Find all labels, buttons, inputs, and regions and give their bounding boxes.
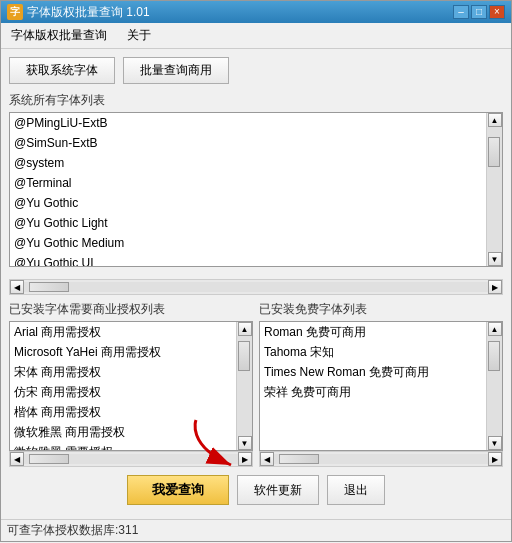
free-list-item[interactable]: 荣祥 免费可商用	[260, 382, 486, 402]
font-list-item[interactable]: @SimSun-ExtB	[10, 133, 486, 153]
free-horiz-scroll[interactable]: ◀ ▶	[259, 451, 503, 467]
commercial-scroll-down[interactable]: ▼	[238, 436, 252, 450]
commercial-list-item[interactable]: 仿宋 商用需授权	[10, 382, 236, 402]
c-horiz-track	[24, 454, 238, 464]
font-list-item[interactable]: @Yu Gothic Medium	[10, 233, 486, 253]
exit-button[interactable]: 退出	[327, 475, 385, 505]
f-horiz-thumb[interactable]	[279, 454, 319, 464]
my-query-button[interactable]: 我爱查询	[127, 475, 229, 505]
commercial-list-inner[interactable]: Arial 商用需授权Microsoft YaHei 商用需授权宋体 商用需授权…	[10, 322, 236, 450]
horiz-scroll-thumb[interactable]	[29, 282, 69, 292]
c-scroll-left[interactable]: ◀	[10, 452, 24, 466]
status-label: 可查字体授权数据库:	[7, 523, 118, 537]
f-scroll-left[interactable]: ◀	[260, 452, 274, 466]
font-list-item[interactable]: @Yu Gothic UI	[10, 253, 486, 266]
scroll-left-button[interactable]: ◀	[10, 280, 24, 294]
maximize-button[interactable]: □	[471, 5, 487, 19]
title-bar-left: 字 字体版权批量查询 1.01	[7, 4, 150, 21]
commercial-list-item[interactable]: 微软雅黑 商用需授权	[10, 422, 236, 442]
font-list-item[interactable]: @Terminal	[10, 173, 486, 193]
font-list-item[interactable]: @Yu Gothic Light	[10, 213, 486, 233]
free-list-scrollbar[interactable]: ▲ ▼	[486, 322, 502, 450]
software-update-button[interactable]: 软件更新	[237, 475, 319, 505]
free-scroll-up[interactable]: ▲	[488, 322, 502, 336]
font-list-item[interactable]: @PMingLiU-ExtB	[10, 113, 486, 133]
title-bar: 字 字体版权批量查询 1.01 – □ ×	[1, 1, 511, 23]
free-list-container: 已安装免费字体列表 Roman 免费可商用Tahoma 宋知Times New …	[259, 301, 503, 467]
commercial-list-container: 已安装字体需要商业授权列表 Arial 商用需授权Microsoft YaHei…	[9, 301, 253, 467]
font-list-item[interactable]: @Yu Gothic	[10, 193, 486, 213]
scroll-down-button[interactable]: ▼	[488, 252, 502, 266]
content-area: 获取系统字体 批量查询商用 系统所有字体列表 @PMingLiU-ExtB@Si…	[1, 49, 511, 519]
font-list-horiz-scroll[interactable]: ◀ ▶	[9, 279, 503, 295]
free-list-inner[interactable]: Roman 免费可商用Tahoma 宋知Times New Roman 免费可商…	[260, 322, 486, 450]
scroll-thumb[interactable]	[488, 137, 500, 167]
top-buttons: 获取系统字体 批量查询商用	[9, 57, 503, 84]
minimize-button[interactable]: –	[453, 5, 469, 19]
free-list-item[interactable]: Times New Roman 免费可商用	[260, 362, 486, 382]
scroll-track	[487, 127, 502, 252]
free-list-wrapper: Roman 免费可商用Tahoma 宋知Times New Roman 免费可商…	[259, 321, 503, 451]
commercial-scroll-track	[237, 336, 252, 436]
free-list-item[interactable]: Tahoma 宋知	[260, 342, 486, 362]
free-scroll-track	[487, 336, 502, 436]
commercial-list-item[interactable]: 楷体 商用需授权	[10, 402, 236, 422]
batch-query-button[interactable]: 批量查询商用	[123, 57, 229, 84]
free-scroll-down[interactable]: ▼	[488, 436, 502, 450]
window-controls: – □ ×	[453, 5, 505, 19]
commercial-list-wrapper: Arial 商用需授权Microsoft YaHei 商用需授权宋体 商用需授权…	[9, 321, 253, 451]
menu-item-query[interactable]: 字体版权批量查询	[5, 25, 113, 46]
commercial-list-item[interactable]: 宋体 商用需授权	[10, 362, 236, 382]
commercial-label: 已安装字体需要商业授权列表	[9, 301, 253, 318]
commercial-list-item[interactable]: Arial 商用需授权	[10, 322, 236, 342]
app-icon: 字	[7, 4, 23, 20]
status-bar: 可查字体授权数据库:311	[1, 519, 511, 541]
horiz-scroll-track	[24, 282, 488, 292]
commercial-scroll-thumb[interactable]	[238, 341, 250, 371]
menu-bar: 字体版权批量查询 关于	[1, 23, 511, 49]
commercial-scroll-up[interactable]: ▲	[238, 322, 252, 336]
commercial-list-scrollbar[interactable]: ▲ ▼	[236, 322, 252, 450]
font-list-container: @PMingLiU-ExtB@SimSun-ExtB@system@Termin…	[9, 112, 503, 267]
c-scroll-right[interactable]: ▶	[238, 452, 252, 466]
close-button[interactable]: ×	[489, 5, 505, 19]
scroll-right-button[interactable]: ▶	[488, 280, 502, 294]
font-list-scrollbar[interactable]: ▲ ▼	[486, 113, 502, 266]
get-fonts-button[interactable]: 获取系统字体	[9, 57, 115, 84]
f-scroll-right[interactable]: ▶	[488, 452, 502, 466]
font-list-item[interactable]: @system	[10, 153, 486, 173]
commercial-list-item[interactable]: 微软雅黑 需要授权	[10, 442, 236, 450]
scroll-up-button[interactable]: ▲	[488, 113, 502, 127]
free-scroll-thumb[interactable]	[488, 341, 500, 371]
c-horiz-thumb[interactable]	[29, 454, 69, 464]
all-fonts-label: 系统所有字体列表	[9, 92, 503, 109]
free-list-item[interactable]: Roman 免费可商用	[260, 322, 486, 342]
f-horiz-track	[274, 454, 488, 464]
commercial-list-item[interactable]: Microsoft YaHei 商用需授权	[10, 342, 236, 362]
free-label: 已安装免费字体列表	[259, 301, 503, 318]
commercial-horiz-scroll[interactable]: ◀ ▶	[9, 451, 253, 467]
status-count: 311	[118, 523, 138, 537]
bottom-lists: 已安装字体需要商业授权列表 Arial 商用需授权Microsoft YaHei…	[9, 301, 503, 467]
main-window: 字 字体版权批量查询 1.01 – □ × 字体版权批量查询 关于 获取系统字体…	[0, 0, 512, 542]
window-title: 字体版权批量查询 1.01	[27, 4, 150, 21]
bottom-buttons: 我爱查询 软件更新 退出	[9, 475, 503, 505]
menu-item-about[interactable]: 关于	[121, 25, 157, 46]
font-list-inner[interactable]: @PMingLiU-ExtB@SimSun-ExtB@system@Termin…	[10, 113, 486, 266]
